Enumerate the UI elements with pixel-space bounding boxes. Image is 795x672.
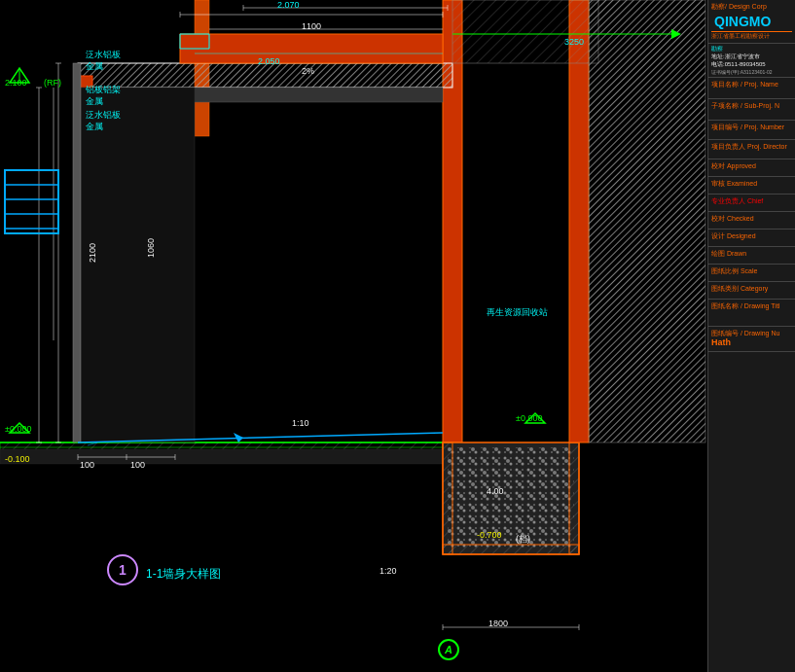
label-metal2: 金属 — [86, 95, 103, 108]
dim-2050: 2.050 — [258, 56, 280, 66]
field-sub-proj: 子项名称 / Sub-Proj. N — [708, 99, 795, 121]
field-proj-num: 项目编号 / Proj. Number — [708, 121, 795, 140]
svg-rect-41 — [569, 442, 579, 554]
dim-2pct: 2% — [302, 66, 314, 76]
field-label-13: 图纸编号 / Drawing Nu — [711, 329, 792, 337]
field-director: 项目负责人 Proj. Director — [708, 140, 795, 159]
svg-rect-32 — [78, 88, 195, 442]
scale-label: 1:20 — [379, 566, 397, 576]
field-label-0: 项目名称 / Proj. Name — [711, 80, 792, 88]
note-bracket: (档) — [516, 533, 530, 546]
company-name: QINGMO — [714, 14, 771, 29]
circle-a: A — [438, 639, 459, 660]
field-label-11: 图纸类别 Category — [711, 284, 792, 293]
svg-rect-33 — [73, 63, 81, 442]
info-line-1: 地址:浙江省宁波市 — [711, 53, 792, 61]
dim-n0100: -0.100 — [5, 454, 30, 464]
svg-rect-43 — [569, 0, 589, 442]
field-label-3: 项目负责人 Proj. Director — [711, 142, 792, 151]
svg-rect-44 — [589, 0, 705, 442]
info-line-2: 电话:0511-89034505 — [711, 61, 792, 69]
field-label-4: 校对 Approved — [711, 161, 792, 170]
dim-pm0-right: ±0.000 — [516, 413, 542, 423]
svg-rect-35 — [0, 449, 443, 464]
field-drawn: 绘图 Drawn — [708, 247, 795, 265]
dim-100-2: 100 — [130, 460, 145, 470]
field-category: 图纸类别 Category — [708, 282, 795, 300]
field-drawing-num: 图纸编号 / Drawing Nu Hath — [708, 327, 795, 352]
svg-rect-45 — [452, 0, 598, 63]
field-approved: 校对 Approved — [708, 159, 795, 177]
field-examined: 审核 Examined — [708, 177, 795, 195]
dim-2070: 2.070 — [277, 0, 300, 10]
svg-rect-39 — [448, 447, 574, 549]
field-label-5: 审核 Examined — [711, 179, 792, 188]
company-sub: 浙江省墨工程勘察设计 — [711, 32, 792, 41]
company-logo: QINGMO — [711, 11, 792, 32]
dim-ratio: 1:10 — [292, 418, 309, 428]
dim-4000: 4.00 — [487, 486, 504, 496]
svg-rect-63 — [5, 170, 58, 233]
info-section: 勘察 地址:浙江省宁波市 电话:0511-89034505 证书编号(甲):A3… — [708, 44, 795, 78]
dim-1060: 1060 — [146, 238, 156, 258]
field-label-1: 子项名称 / Sub-Proj. N — [711, 101, 792, 110]
field-proj-name: 项目名称 / Proj. Name — [708, 78, 795, 99]
label-metal3: 金属 — [86, 121, 103, 133]
field-scale: 图纸比例 Scale — [708, 265, 795, 282]
section-num: 1 — [119, 562, 126, 578]
field-label-10: 图纸比例 Scale — [711, 266, 792, 275]
svg-rect-19 — [78, 63, 452, 88]
info-line-3: 证书编号(甲):A31123401-02 — [711, 69, 792, 76]
company-header: 勘察/ Design Corp QINGMO 浙江省墨工程勘察设计 — [708, 0, 795, 44]
dim-3250: 3250 — [564, 37, 584, 47]
brand-line: 勘察/ Design Corp — [711, 2, 792, 11]
field-label-9: 绘图 Drawn — [711, 249, 792, 258]
field-label-8: 设计 Designed — [711, 231, 792, 240]
field-chief: 专业负责人 Chief — [708, 195, 795, 212]
drawing-area: 2.070 1100 2.050 2% 3250 2.100 (RF) 泛水铝板… — [0, 0, 707, 672]
label-metal1: 金属 — [86, 60, 103, 73]
text-recycled: 再生资源回收站 — [487, 306, 548, 319]
section-circle: 1 — [107, 554, 138, 585]
field-checked: 校对 Checked — [708, 212, 795, 230]
field-label-2: 项目编号 / Proj. Number — [711, 123, 792, 131]
cad-drawing — [0, 0, 707, 672]
field-label-6: 专业负责人 Chief — [711, 196, 792, 205]
dim-2100v: 2100 — [88, 243, 97, 263]
dim-pm0-left: ±0.000 — [5, 424, 31, 434]
dim-100-1: 100 — [80, 460, 94, 470]
svg-rect-20 — [180, 34, 443, 63]
dim-n0700: -0.700 — [477, 530, 502, 540]
dim-1100: 1100 — [302, 21, 321, 31]
field-value-hath: Hath — [711, 337, 792, 349]
right-panel: 勘察/ Design Corp QINGMO 浙江省墨工程勘察设计 勘察 地址:… — [707, 0, 795, 672]
circle-a-label: A — [445, 644, 452, 655]
dim-rf: (RF) — [44, 78, 61, 88]
dim-1800: 1800 — [488, 619, 508, 628]
dim-2100: 2.100 — [5, 78, 27, 88]
svg-rect-42 — [443, 545, 579, 554]
field-drawing-title: 图纸名称 / Drawing Titl — [708, 300, 795, 327]
field-label-12: 图纸名称 / Drawing Titl — [711, 301, 792, 310]
section-label: 1-1墙身大样图 — [146, 566, 221, 583]
field-label-7: 校对 Checked — [711, 214, 792, 223]
svg-rect-40 — [443, 442, 452, 554]
field-designed: 设计 Designed — [708, 230, 795, 247]
